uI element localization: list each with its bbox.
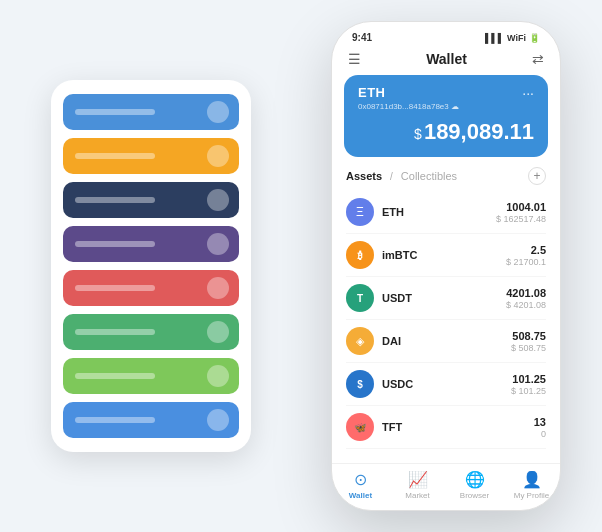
card-item[interactable] <box>63 314 239 350</box>
status-bar: 9:41 ▌▌▌ WiFi 🔋 <box>332 22 560 47</box>
card-line <box>75 417 155 423</box>
asset-usd: 0 <box>534 429 546 439</box>
eth-label: ETH <box>358 85 459 100</box>
card-line <box>75 153 155 159</box>
assets-tabs: Assets / Collectibles <box>346 170 457 182</box>
card-dot <box>207 189 229 211</box>
list-item[interactable]: $ USDC 101.25 $ 101.25 <box>346 363 546 406</box>
asset-usd: $ 21700.1 <box>506 257 546 267</box>
eth-amount-value: 189,089.11 <box>424 119 534 144</box>
wifi-icon: WiFi <box>507 33 526 43</box>
asset-amounts: 1004.01 $ 162517.48 <box>496 201 546 224</box>
asset-quantity: 2.5 <box>506 244 546 256</box>
assets-header: Assets / Collectibles + <box>332 167 560 191</box>
asset-name: ETH <box>382 206 496 218</box>
eth-card-info: ETH 0x08711d3b...8418a78e3 ☁ <box>358 85 459 111</box>
wallet-nav-label: Wallet <box>349 491 372 500</box>
page-title: Wallet <box>426 51 467 67</box>
card-dot <box>207 365 229 387</box>
card-item[interactable] <box>63 182 239 218</box>
tab-collectibles[interactable]: Collectibles <box>401 170 457 182</box>
time-display: 9:41 <box>352 32 372 43</box>
asset-name: TFT <box>382 421 534 433</box>
list-item[interactable]: Ξ ETH 1004.01 $ 162517.48 <box>346 191 546 234</box>
asset-quantity: 508.75 <box>511 330 546 342</box>
phone-header: ☰ Wallet ⇄ <box>332 47 560 75</box>
list-item[interactable]: ◈ DAI 508.75 $ 508.75 <box>346 320 546 363</box>
list-item[interactable]: 🦋 TFT 13 0 <box>346 406 546 449</box>
card-dot <box>207 277 229 299</box>
usdc-icon: $ <box>346 370 374 398</box>
asset-name: imBTC <box>382 249 506 261</box>
card-item[interactable] <box>63 226 239 262</box>
card-stack <box>51 80 251 452</box>
add-asset-button[interactable]: + <box>528 167 546 185</box>
card-dot <box>207 409 229 431</box>
asset-amounts: 101.25 $ 101.25 <box>511 373 546 396</box>
eth-menu-icon[interactable]: ··· <box>522 85 534 101</box>
card-line <box>75 285 155 291</box>
card-dot <box>207 321 229 343</box>
market-nav-icon: 📈 <box>408 470 428 489</box>
asset-amounts: 2.5 $ 21700.1 <box>506 244 546 267</box>
asset-amounts: 4201.08 $ 4201.08 <box>506 287 546 310</box>
asset-list: Ξ ETH 1004.01 $ 162517.48 ₿ imBTC 2.5 $ … <box>332 191 560 463</box>
profile-nav-label: My Profile <box>514 491 550 500</box>
asset-quantity: 101.25 <box>511 373 546 385</box>
nav-item-browser[interactable]: 🌐 Browser <box>446 470 503 500</box>
asset-usd: $ 101.25 <box>511 386 546 396</box>
eth-card-top: ETH 0x08711d3b...8418a78e3 ☁ ··· <box>358 85 534 111</box>
browser-nav-icon: 🌐 <box>465 470 485 489</box>
card-item[interactable] <box>63 358 239 394</box>
battery-icon: 🔋 <box>529 33 540 43</box>
market-nav-label: Market <box>405 491 429 500</box>
asset-quantity: 4201.08 <box>506 287 546 299</box>
nav-item-wallet[interactable]: ⊙ Wallet <box>332 470 389 500</box>
card-item[interactable] <box>63 138 239 174</box>
card-item[interactable] <box>63 402 239 438</box>
list-item[interactable]: T USDT 4201.08 $ 4201.08 <box>346 277 546 320</box>
wallet-nav-icon: ⊙ <box>354 470 367 489</box>
scene: 9:41 ▌▌▌ WiFi 🔋 ☰ Wallet ⇄ ETH 0x08711d3… <box>21 16 581 516</box>
usdt-icon: T <box>346 284 374 312</box>
scan-icon[interactable]: ⇄ <box>532 51 544 67</box>
profile-nav-icon: 👤 <box>522 470 542 489</box>
dai-icon: ◈ <box>346 327 374 355</box>
card-dot <box>207 145 229 167</box>
asset-quantity: 1004.01 <box>496 201 546 213</box>
browser-nav-label: Browser <box>460 491 489 500</box>
asset-quantity: 13 <box>534 416 546 428</box>
status-icons: ▌▌▌ WiFi 🔋 <box>485 33 540 43</box>
nav-item-market[interactable]: 📈 Market <box>389 470 446 500</box>
tab-divider: / <box>390 171 393 182</box>
list-item[interactable]: ₿ imBTC 2.5 $ 21700.1 <box>346 234 546 277</box>
card-line <box>75 109 155 115</box>
eth-card[interactable]: ETH 0x08711d3b...8418a78e3 ☁ ··· $189,08… <box>344 75 548 157</box>
asset-name: DAI <box>382 335 511 347</box>
menu-icon[interactable]: ☰ <box>348 51 361 67</box>
asset-usd: $ 4201.08 <box>506 300 546 310</box>
card-line <box>75 197 155 203</box>
tft-icon: 🦋 <box>346 413 374 441</box>
card-dot <box>207 101 229 123</box>
card-item[interactable] <box>63 94 239 130</box>
nav-item-profile[interactable]: 👤 My Profile <box>503 470 560 500</box>
asset-name: USDT <box>382 292 506 304</box>
card-line <box>75 373 155 379</box>
card-line <box>75 241 155 247</box>
eth-icon: Ξ <box>346 198 374 226</box>
tab-assets[interactable]: Assets <box>346 170 382 182</box>
asset-amounts: 508.75 $ 508.75 <box>511 330 546 353</box>
phone: 9:41 ▌▌▌ WiFi 🔋 ☰ Wallet ⇄ ETH 0x08711d3… <box>331 21 561 511</box>
card-dot <box>207 233 229 255</box>
signal-icon: ▌▌▌ <box>485 33 504 43</box>
card-item[interactable] <box>63 270 239 306</box>
asset-usd: $ 508.75 <box>511 343 546 353</box>
eth-address: 0x08711d3b...8418a78e3 ☁ <box>358 102 459 111</box>
asset-name: USDC <box>382 378 511 390</box>
asset-usd: $ 162517.48 <box>496 214 546 224</box>
asset-amounts: 13 0 <box>534 416 546 439</box>
eth-balance: $189,089.11 <box>358 119 534 145</box>
dollar-sign: $ <box>414 126 422 142</box>
bottom-nav: ⊙ Wallet 📈 Market 🌐 Browser 👤 My Profile <box>332 463 560 510</box>
